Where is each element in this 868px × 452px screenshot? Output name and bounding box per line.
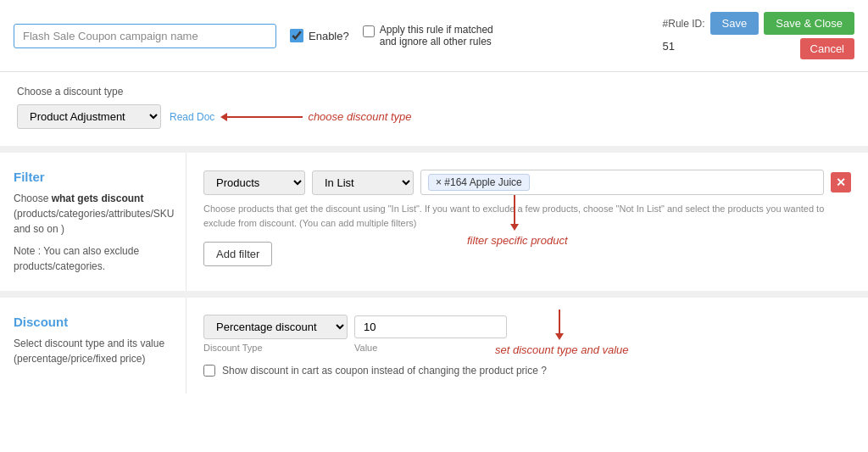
discount-title: Discount	[14, 315, 172, 329]
discount-type-annotation: choose discount type	[308, 110, 411, 123]
rule-id-row: #Rule ID: Save Save & Close	[663, 12, 854, 35]
apply-section: Apply this rule if matched and ignore al…	[363, 24, 498, 47]
filter-annotation: filter specific product	[462, 195, 568, 247]
filter-annotation-text: filter specific product	[467, 234, 568, 247]
discount-type-section: Choose a discount type Product Adjustmen…	[0, 72, 868, 153]
filter-controls-row: Products Categories Attributes SKU In Li…	[203, 170, 851, 195]
show-discount-checkbox[interactable]	[203, 365, 215, 377]
discount-description: Select discount type and its value (perc…	[14, 336, 172, 366]
top-bar: Enable? Apply this rule if matched and i…	[0, 0, 868, 72]
discount-type-field-label: Discount Type	[203, 343, 348, 353]
filter-left-panel: Filter Choose what gets discount (produc…	[0, 153, 186, 291]
show-discount-row: Show discount in cart as coupon instead …	[203, 365, 851, 377]
campaign-name-input[interactable]	[14, 24, 276, 48]
action-buttons: Save Save & Close	[710, 12, 854, 35]
apply-rule-text: Apply this rule if matched and ignore al…	[380, 24, 498, 47]
discount-type-dropdown[interactable]: Percentage discount Fixed Price Fixed Am…	[203, 315, 348, 339]
cancel-button[interactable]: Cancel	[800, 38, 854, 59]
page-wrapper: Enable? Apply this rule if matched and i…	[0, 0, 868, 452]
enable-section: Enable?	[290, 29, 349, 42]
discount-value-field-label: Value	[354, 343, 507, 353]
remove-filter-button[interactable]: ✕	[831, 172, 851, 193]
filter-section: Filter Choose what gets discount (produc…	[0, 153, 868, 298]
discount-type-row: Product Adjustment Percentage Discount F…	[17, 104, 851, 129]
filter-tag-item: × #164 Apple Juice	[428, 174, 530, 191]
read-doc-link[interactable]: Read Doc	[170, 111, 214, 123]
filter-desc-prefix: Choose	[14, 193, 52, 204]
rule-id-section: #Rule ID: Save Save & Close 51 Cancel	[663, 12, 854, 59]
enable-checkbox[interactable]	[290, 29, 303, 42]
filter-title: Filter	[14, 170, 172, 184]
discount-section: Discount Select discount type and its va…	[0, 298, 868, 393]
apply-rule-checkbox[interactable]	[363, 25, 375, 37]
filter-condition-select[interactable]: In List Not In List	[312, 170, 414, 195]
campaign-name-wrapper	[14, 24, 276, 48]
save-button[interactable]: Save	[710, 12, 760, 35]
filter-desc-suffix: (products/categories/attributes/SKU and …	[14, 208, 174, 235]
filter-type-select[interactable]: Products Categories Attributes SKU	[203, 170, 305, 195]
discount-annotation: set discount type and value	[490, 310, 629, 356]
discount-annotation-text: set discount type and value	[495, 343, 629, 356]
filter-tag-input[interactable]: × #164 Apple Juice	[420, 170, 824, 195]
enable-label: Enable?	[309, 30, 349, 42]
filter-right-panel: Products Categories Attributes SKU In Li…	[186, 153, 868, 291]
show-discount-label: Show discount in cart as coupon instead …	[222, 365, 547, 377]
filter-description: Choose what gets discount (products/cate…	[14, 191, 172, 237]
filter-desc-bold: what gets discount	[52, 193, 144, 204]
discount-value-input[interactable]	[354, 315, 507, 338]
rule-id-label: #Rule ID:	[663, 18, 705, 30]
discount-type-label: Choose a discount type	[17, 86, 851, 98]
save-close-button[interactable]: Save & Close	[764, 12, 854, 35]
add-filter-button[interactable]: Add filter	[203, 242, 272, 266]
discount-type-select[interactable]: Product Adjustment Percentage Discount F…	[17, 104, 161, 129]
discount-right-panel: Percentage discount Fixed Price Fixed Am…	[186, 298, 868, 393]
discount-left-panel: Discount Select discount type and its va…	[0, 298, 186, 393]
filter-annotation-container: Products Categories Attributes SKU In Li…	[203, 170, 851, 195]
rule-id-value: 51	[663, 40, 675, 53]
filter-note: Note : You can also exclude products/cat…	[14, 243, 172, 274]
